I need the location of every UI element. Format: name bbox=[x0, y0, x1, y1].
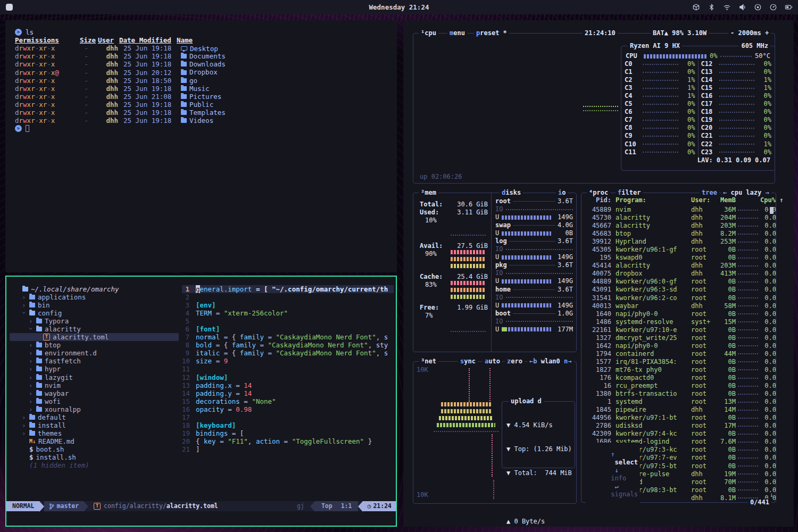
menu-button[interactable]: menu bbox=[447, 29, 467, 37]
tree-item-alacritty[interactable]: ›alacritty bbox=[10, 325, 179, 333]
tree-item-wofi[interactable]: ›wofi bbox=[10, 397, 179, 405]
editor-buffer[interactable]: 1general.import = [ "~/.config/omarchy/c… bbox=[182, 285, 394, 453]
file-name[interactable]: Pictures bbox=[181, 93, 221, 101]
tree-item-environment-d[interactable]: ›environment.d bbox=[10, 349, 179, 357]
interface-switcher[interactable]: ←b wlan0 n→ bbox=[527, 358, 574, 365]
tree-item-lazygit[interactable]: ›lazygit bbox=[10, 373, 179, 381]
file-name[interactable]: Music bbox=[181, 85, 210, 93]
file-size: - bbox=[76, 44, 88, 52]
col-user[interactable]: User: bbox=[691, 196, 712, 204]
process-row[interactable]: 45667alacrittydhh203M0.0 bbox=[586, 222, 771, 230]
process-row[interactable]: 176kcompactd0root0B0.0 bbox=[586, 374, 771, 382]
file-name[interactable]: Dropbox bbox=[181, 68, 218, 76]
select-key[interactable]: ↑ bbox=[611, 451, 614, 458]
tree-item-xournalpp[interactable]: ›xournalpp bbox=[10, 405, 179, 413]
scroll-down-arrow[interactable]: ↓ bbox=[770, 491, 774, 499]
tree-item-waybar[interactable]: ›waybar bbox=[10, 389, 179, 397]
process-row[interactable]: 1827mt76-tx phy0root0B0.0 bbox=[586, 366, 771, 374]
update-interval[interactable]: - 2000ms + bbox=[728, 29, 771, 37]
signals-key[interactable]: ↵ bbox=[615, 483, 619, 490]
tree-item-default[interactable]: ›default bbox=[10, 413, 179, 421]
tree-item-install-sh[interactable]: $install.sh bbox=[10, 453, 179, 461]
battery-icon[interactable] bbox=[785, 3, 793, 11]
io-toggle[interactable]: io bbox=[556, 189, 568, 197]
tree-item-applications[interactable]: ›applications bbox=[10, 293, 179, 301]
record-icon[interactable] bbox=[754, 3, 762, 11]
info-key[interactable]: ↓ bbox=[615, 467, 619, 474]
tree-toggle[interactable]: tree bbox=[700, 189, 719, 197]
file-tree[interactable]: ~/.local/share/omarchy›applications›bin›… bbox=[10, 285, 179, 469]
zero-button[interactable]: zero bbox=[505, 358, 525, 365]
file-name[interactable]: Downloads bbox=[181, 60, 226, 68]
prompt-input-line[interactable]: > bbox=[15, 124, 397, 132]
process-row[interactable]: 1845pipewiredhh14M0.0 bbox=[586, 406, 771, 414]
file-name[interactable]: Desktop bbox=[181, 45, 218, 53]
tree-item-fastfetch[interactable]: ›fastfetch bbox=[10, 357, 179, 365]
process-row[interactable]: 39912Hyprlanddhh253M0.0 bbox=[586, 238, 771, 246]
process-row[interactable]: 1486systemd-resolvesyst+15M0.0 bbox=[586, 318, 771, 326]
auto-button[interactable]: auto bbox=[483, 358, 502, 365]
col-program[interactable]: Program: bbox=[616, 196, 691, 204]
process-row[interactable]: 45305kworker/u96:1-gfroot0B0.0 bbox=[586, 246, 771, 254]
preset-button[interactable]: preset * bbox=[474, 29, 509, 37]
info-action[interactable]: info bbox=[611, 475, 626, 482]
sync-button[interactable]: sync bbox=[458, 358, 478, 365]
process-row[interactable]: 44956kworker/u97:1-btroot0B0.0 bbox=[586, 414, 771, 422]
volume-icon[interactable] bbox=[738, 3, 746, 11]
process-row[interactable]: 1380btrfs-transactioroot0B0.0 bbox=[586, 390, 771, 398]
package-icon[interactable] bbox=[692, 3, 700, 11]
tree-item-install[interactable]: ›install bbox=[10, 421, 179, 429]
tree-item-boot-sh[interactable]: $boot.sh bbox=[10, 445, 179, 453]
file-name[interactable]: Templates bbox=[181, 109, 226, 117]
file-name[interactable]: Videos bbox=[181, 117, 213, 124]
process-row[interactable]: 45730alacrittydhh204M0.0 bbox=[586, 214, 771, 222]
sort-switcher[interactable]: ← cpu lazy → bbox=[721, 189, 771, 197]
tree-item-typora[interactable]: ›Typora bbox=[10, 317, 179, 325]
process-row[interactable]: 42309kworker/u97:4-kcroot0B0.0 bbox=[586, 430, 771, 438]
process-row[interactable]: 43091kworker/u96:3-sdroot0B0.0 bbox=[586, 286, 771, 294]
process-row[interactable]: 1794containerdroot44M0.0 bbox=[586, 350, 771, 358]
tree-item-bin[interactable]: ›bin bbox=[10, 301, 179, 309]
process-row[interactable]: 40013waybardhh58M0.0 bbox=[586, 302, 771, 310]
col-memb[interactable]: MemB bbox=[712, 196, 736, 204]
gauge-icon[interactable] bbox=[769, 3, 777, 11]
process-row[interactable]: 1systemdroot13M0.0 bbox=[586, 398, 771, 406]
tree-item-nvim[interactable]: ›nvim bbox=[10, 381, 179, 389]
bluetooth-icon[interactable] bbox=[708, 3, 716, 11]
proc-pid: 43091 bbox=[586, 286, 611, 294]
tree-item-readme-md[interactable]: M↓README.md bbox=[10, 437, 179, 445]
signals-action[interactable]: signals bbox=[611, 491, 638, 498]
process-row[interactable]: 45414alacrittydhh203M0.0 bbox=[586, 262, 771, 270]
tree-item-alacritty-toml[interactable]: Talacritty.toml bbox=[10, 333, 179, 341]
select-action[interactable]: select bbox=[615, 459, 638, 466]
process-row[interactable]: 40075dropboxdhh413M0.0 bbox=[586, 270, 771, 278]
col-cpu[interactable]: Cpu% ↑ bbox=[760, 196, 776, 204]
tree-item-btop[interactable]: ›btop bbox=[10, 341, 179, 349]
process-row[interactable]: 1642napi/phy0-0root0B0.0 bbox=[586, 342, 771, 350]
process-row[interactable]: 44889kworker/u96:0-gfroot0B0.0 bbox=[586, 278, 771, 286]
process-row[interactable]: 45889nvimdhh36M0.0 bbox=[586, 206, 771, 214]
tree-item--local-share-omarchy[interactable]: ~/.local/share/omarchy bbox=[10, 285, 179, 293]
process-row[interactable]: 1327dmcrypt_write/25root0B0.0 bbox=[586, 334, 771, 342]
process-row[interactable]: 2786udisksdroot17M0.0 bbox=[586, 422, 771, 430]
col-pid[interactable]: Pid: bbox=[586, 196, 611, 204]
process-row[interactable]: 195kswapd0root0B0.0 bbox=[586, 254, 771, 262]
process-row[interactable]: 1577irq/81-PIXA3854:root0B0.0 bbox=[586, 358, 771, 366]
process-row[interactable]: 31541kworker/u96:2-coroot0B0.0 bbox=[586, 294, 771, 302]
disk-used-row: U149G bbox=[495, 213, 573, 221]
tree-item-config[interactable]: ›config bbox=[10, 309, 179, 317]
file-name[interactable]: Documents bbox=[181, 52, 226, 60]
filter-button[interactable]: filter bbox=[616, 189, 643, 197]
file-name[interactable]: go bbox=[181, 77, 197, 85]
process-row[interactable]: 1640napi/phy0-0root0B0.0 bbox=[586, 310, 771, 318]
process-row[interactable]: 16rcu_preemptroot0B0.0 bbox=[586, 382, 771, 390]
tree-item-hypr[interactable]: ›hypr bbox=[10, 365, 179, 373]
process-row[interactable]: 22161kworker/u97:10-eroot0B0.0 bbox=[586, 326, 771, 334]
tree-item-themes[interactable]: ›themes bbox=[10, 429, 179, 437]
process-row[interactable]: 45683btopdhh8.2M0.0 bbox=[586, 230, 771, 238]
wifi-icon[interactable] bbox=[723, 3, 731, 11]
file-name[interactable]: Public bbox=[181, 101, 213, 109]
workspace-indicator[interactable] bbox=[6, 4, 13, 11]
scrollbar-thumb[interactable] bbox=[770, 207, 774, 214]
code-line: 16opacity = 0.98 bbox=[182, 405, 394, 413]
